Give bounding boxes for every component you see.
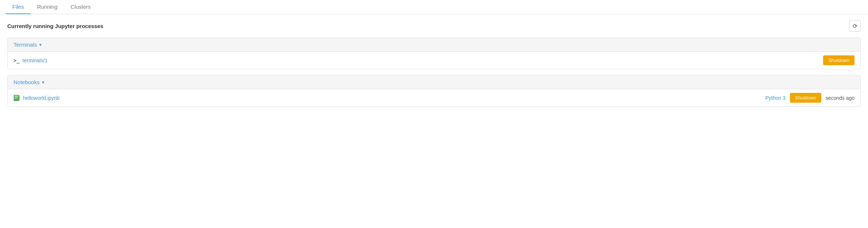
notebook-shutdown-button[interactable]: Shutdown <box>790 93 821 103</box>
notebooks-section-header: Notebooks ▼ <box>8 75 860 89</box>
terminals-section-header: Terminals ▼ <box>8 38 860 52</box>
terminals-section-title[interactable]: Terminals ▼ <box>13 42 42 48</box>
terminals-section: Terminals ▼ >_ terminals/1 Shutdown <box>7 38 861 69</box>
svg-rect-4 <box>19 95 20 101</box>
notebook-item-left: helloworld.ipynb <box>13 95 59 101</box>
svg-rect-2 <box>15 97 18 98</box>
notebook-link[interactable]: helloworld.ipynb <box>23 95 59 101</box>
terminal-link[interactable]: terminals/1 <box>23 58 47 63</box>
notebooks-section: Notebooks ▼ helloworld.ipynb Pyth <box>7 75 861 107</box>
terminal-item-right: Shutdown <box>823 55 855 65</box>
terminal-shutdown-button[interactable]: Shutdown <box>823 55 855 65</box>
notebook-icon <box>13 95 20 101</box>
terminal-item: >_ terminals/1 Shutdown <box>8 52 860 69</box>
main-content: Currently running Jupyter processes ⟳ Te… <box>0 14 868 118</box>
tab-bar: Files Running Clusters <box>0 0 868 14</box>
time-ago: seconds ago <box>826 95 855 101</box>
notebooks-chevron: ▼ <box>41 80 45 84</box>
tab-clusters[interactable]: Clusters <box>64 0 97 14</box>
terminal-icon: >_ <box>13 58 20 63</box>
tab-running[interactable]: Running <box>31 0 64 14</box>
notebook-item-right: Python 3 Shutdown seconds ago <box>766 93 855 103</box>
terminals-chevron: ▼ <box>38 43 42 47</box>
notebook-item: helloworld.ipynb Python 3 Shutdown secon… <box>8 89 860 106</box>
page-title: Currently running Jupyter processes <box>7 23 103 29</box>
svg-rect-1 <box>15 96 18 97</box>
refresh-button[interactable]: ⟳ <box>849 20 861 32</box>
notebooks-label: Notebooks <box>13 79 40 85</box>
terminals-label: Terminals <box>13 42 37 48</box>
page-header: Currently running Jupyter processes ⟳ <box>7 20 861 32</box>
kernel-name: Python 3 <box>766 95 786 101</box>
svg-rect-3 <box>15 98 18 99</box>
notebooks-section-title[interactable]: Notebooks ▼ <box>13 79 45 85</box>
tab-files[interactable]: Files <box>6 0 31 14</box>
terminal-item-left: >_ terminals/1 <box>13 58 47 63</box>
